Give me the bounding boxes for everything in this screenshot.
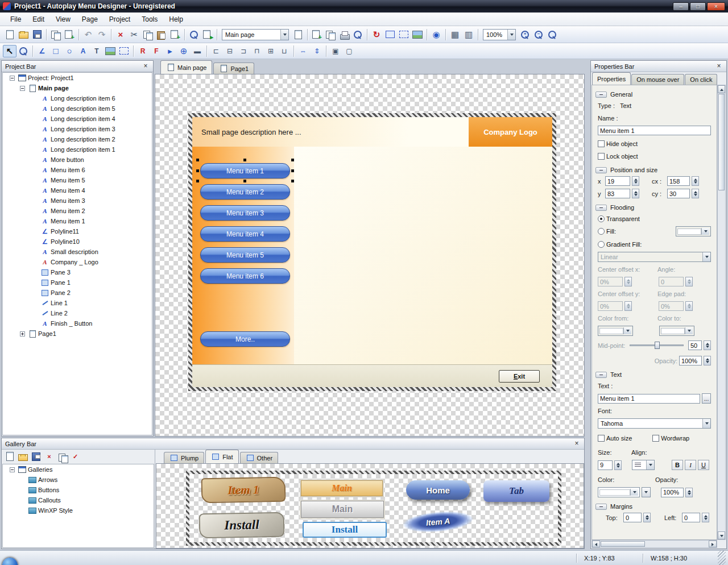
scroll-down-button[interactable] [718, 531, 725, 539]
tree-item[interactable]: Page1 [3, 329, 152, 339]
font-size-input[interactable]: 9 [598, 460, 613, 470]
align-bottom-icon[interactable]: ⊔ [278, 45, 291, 57]
save-project-icon[interactable] [30, 28, 44, 41]
bring-to-front-icon[interactable]: ▣ [329, 45, 342, 57]
gradient-fill-radio[interactable] [598, 241, 605, 248]
send-to-back-icon[interactable]: ▢ [342, 45, 356, 57]
gradient-type-select[interactable]: Linear [598, 252, 711, 262]
close-button[interactable]: × [707, 2, 725, 11]
cx-input[interactable]: 158 [667, 176, 690, 186]
label-tool-icon[interactable]: T [90, 45, 104, 57]
image-tool-icon[interactable] [104, 45, 117, 57]
page-properties-icon[interactable] [291, 28, 305, 41]
cy-spinner[interactable] [692, 189, 699, 198]
scroll-left-button[interactable] [592, 541, 600, 547]
color-from-picker[interactable] [598, 326, 633, 336]
tree-item[interactable]: Menu item 6 [3, 165, 152, 175]
menu-item-button[interactable]: Menu item 5 [200, 247, 290, 263]
rectangle-tool-icon[interactable]: □ [49, 45, 63, 57]
grid-icon[interactable]: ▦ [448, 28, 462, 41]
zoom-in-icon[interactable] [518, 28, 532, 41]
print-preview-icon[interactable] [351, 28, 365, 41]
align-top-icon[interactable]: ⊓ [250, 45, 264, 57]
minimize-button[interactable]: – [673, 2, 689, 11]
resize-grip-icon[interactable] [718, 551, 726, 565]
cy-input[interactable]: 30 [667, 189, 690, 198]
export-gallery-icon[interactable] [56, 451, 68, 462]
gallery-sample-home-button[interactable]: Home [406, 480, 470, 500]
margin-top-input[interactable]: 0 [623, 513, 642, 522]
exit-button[interactable]: Exit [499, 370, 540, 383]
delete-gallery-icon[interactable]: × [43, 451, 55, 462]
collapse-section-icon[interactable] [595, 92, 607, 98]
tree-expander[interactable] [10, 76, 15, 81]
open-gallery-icon[interactable] [17, 451, 29, 462]
tree-expander[interactable] [20, 86, 25, 91]
transparent-radio[interactable] [598, 215, 605, 222]
tree-item[interactable]: Menu item 4 [3, 185, 152, 196]
scroll-right-button[interactable] [709, 541, 717, 547]
fill-color-picker[interactable] [676, 226, 711, 236]
collapse-section-icon[interactable] [595, 504, 607, 510]
horizontal-scrollbar[interactable] [592, 540, 717, 548]
zoom-out-icon[interactable] [532, 28, 545, 41]
x-spinner[interactable] [632, 176, 639, 186]
center-offset-x-spinner[interactable] [624, 277, 632, 286]
video-tool-icon[interactable]: ▸ [163, 45, 177, 57]
gallery-sample-main-gray-button[interactable]: Main [301, 501, 384, 518]
angle-input[interactable]: 0 [659, 277, 684, 286]
tree-item[interactable]: Pane 3 [3, 267, 152, 277]
show-locked-icon[interactable] [411, 28, 424, 41]
menu-project[interactable]: Project [104, 13, 136, 26]
cx-spinner[interactable] [692, 176, 699, 186]
build-project-icon[interactable] [201, 28, 214, 41]
midpoint-input[interactable]: 50 [688, 340, 702, 350]
slider-thumb[interactable] [655, 342, 660, 349]
menu-tools[interactable]: Tools [136, 13, 163, 26]
rtf-tool-icon[interactable]: R [136, 45, 150, 57]
selection-handle[interactable] [243, 180, 246, 182]
tab-on-click[interactable]: On click [685, 74, 717, 85]
tree-item[interactable]: Finish _ Button [3, 318, 152, 329]
menu-item-button[interactable]: Menu item 6 [200, 268, 290, 284]
collapse-section-icon[interactable] [595, 205, 607, 211]
duplicate-icon[interactable] [168, 28, 182, 41]
design-canvas[interactable]: Small page description here ... Company … [155, 74, 585, 437]
center-offset-y-spinner[interactable] [624, 301, 632, 311]
tab-on-mouse-over[interactable]: On mouse over [631, 74, 684, 85]
company-logo-object[interactable]: Company Logo [469, 117, 552, 147]
show-invisible-icon[interactable] [397, 28, 411, 41]
font-select[interactable]: Tahoma [598, 418, 711, 429]
tree-item[interactable]: Line 2 [3, 308, 152, 318]
menu-help[interactable]: Help [163, 13, 189, 26]
tab-main-page[interactable]: Main page [160, 60, 212, 74]
lock-object-checkbox[interactable] [598, 153, 605, 160]
tree-item[interactable]: Galleries [3, 464, 154, 475]
tree-item[interactable]: Buttons [3, 485, 154, 495]
midpoint-slider[interactable] [630, 344, 684, 346]
tree-item[interactable]: Long description item 2 [3, 134, 152, 144]
save-page-icon[interactable] [63, 28, 76, 41]
x-input[interactable]: 19 [605, 176, 630, 186]
y-spinner[interactable] [632, 189, 639, 198]
midpoint-spinner[interactable] [704, 340, 711, 350]
tab-plump[interactable]: Plump [164, 452, 204, 463]
text-color-more-button[interactable] [642, 487, 651, 497]
tree-expander[interactable] [10, 467, 15, 472]
paste-icon[interactable] [155, 28, 168, 41]
tree-item[interactable]: Long description item 4 [3, 114, 152, 124]
gallery-sample-install-blue-button[interactable]: Install [303, 522, 387, 538]
redo-icon[interactable]: ↷ [95, 28, 109, 41]
cut-icon[interactable]: ✂ [127, 28, 141, 41]
text-color-picker[interactable] [598, 487, 640, 497]
angle-spinner[interactable] [685, 277, 693, 286]
new-page-icon[interactable] [49, 28, 63, 41]
web-tool-icon[interactable]: ⊕ [177, 45, 191, 57]
add-page-icon[interactable] [310, 28, 324, 41]
selection-frame-icon[interactable] [383, 28, 397, 41]
auto-size-checkbox[interactable] [598, 435, 605, 442]
tree-item[interactable]: Menu item 3 [3, 196, 152, 206]
polyline-tool-icon[interactable]: ∠ [35, 45, 49, 57]
italic-button[interactable]: I [685, 460, 696, 470]
refresh-icon[interactable]: ↻ [370, 28, 383, 41]
